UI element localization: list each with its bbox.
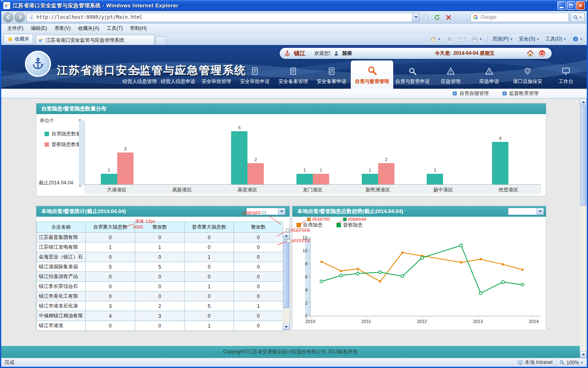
value-cell: 0 — [185, 233, 234, 242]
line-chart: 自查隐患督察隐患 02468101220102011201220132014 — [292, 217, 546, 330]
category-label: 高新港区 — [149, 186, 215, 193]
address-bar[interactable]: e http://localhost:8080/yjpt/Main.html — [27, 13, 420, 22]
company-name-cell: 镇江市港龙 — [37, 321, 86, 331]
nav-item-link[interactable]: 安全审批管理 — [197, 64, 236, 89]
feeds-button[interactable] — [444, 35, 455, 43]
help-icon: ? — [572, 36, 579, 42]
status-text: 完成 — [4, 359, 14, 366]
table-row[interactable]: 中储粮镇江粮油有限4300 — [37, 311, 283, 321]
scroll-down-button[interactable] — [580, 351, 587, 358]
design-annotation: #EEF5FA — [286, 228, 310, 233]
restore-button[interactable] — [567, 1, 575, 10]
home-shortcut-icon[interactable] — [526, 49, 534, 57]
minimize-button[interactable] — [557, 1, 566, 10]
value-cell: 5 — [135, 262, 185, 272]
url-text: http://localhost:8080/yjpt/Main.html — [36, 14, 410, 20]
column-header: 自查重大隐患数 — [86, 222, 135, 233]
value-cell: 0 — [234, 252, 283, 262]
table-row[interactable]: 镇江港国际集装箱5500 — [37, 262, 283, 272]
browser-window: e 江苏省港口安全监管与应急管理系统 - Windows Internet Ex… — [0, 0, 588, 368]
anchor-icon — [31, 57, 45, 71]
warning-triangle-icon — [485, 67, 494, 76]
table-row[interactable]: 江苏索普集团有限0000 — [37, 233, 283, 242]
value-cell: 0 — [185, 311, 234, 321]
value-cell: 0 — [135, 282, 185, 292]
table-row[interactable]: 镇江市港龙0010 — [37, 321, 283, 331]
close-button[interactable] — [576, 1, 585, 10]
print-button[interactable]: ▼ — [469, 35, 485, 44]
stop-button[interactable] — [444, 12, 454, 22]
menu-item[interactable]: 查看(V) — [51, 24, 74, 33]
value-cell: 0 — [185, 242, 234, 252]
table-row[interactable]: 镇江奇美化工有限0000 — [37, 292, 283, 301]
menu-item[interactable]: 收藏夹(A) — [74, 24, 103, 33]
search-box[interactable]: Google — [470, 13, 569, 22]
menu-item[interactable]: 文件(F) — [4, 24, 27, 33]
svg-text:0: 0 — [305, 314, 307, 319]
toolbar-text-buttons: 页面(P)▼安全(S)▼工具(O)▼ — [490, 34, 569, 44]
help-button[interactable]: ?▼ — [570, 35, 585, 43]
nav-item-active[interactable]: 自查与督查管理 — [351, 61, 393, 89]
nav-item-link[interactable]: 经营人信息申请 — [159, 64, 197, 89]
shield-icon — [523, 67, 532, 76]
trend-filter-dropdown[interactable] — [508, 208, 544, 215]
address-toolbar: e http://localhost:8080/yjpt/Main.html G… — [1, 11, 587, 24]
nav-item-link[interactable]: 自查与督查申请 — [393, 64, 432, 89]
logout-icon[interactable] — [538, 49, 546, 57]
statistics-table-panel: 本地自查/督查统计(截止2014.04.04) 企业名称自查重大隐患数整改数督查… — [36, 206, 290, 330]
value-cell: 0 — [86, 233, 135, 242]
toolbar-button[interactable]: 工具(O)▼ — [543, 34, 569, 44]
mail-button[interactable] — [457, 35, 468, 43]
nav-item-link[interactable]: 工作台 — [547, 64, 585, 89]
favorites-button[interactable]: 收藏夹 — [4, 34, 33, 44]
zoom-control[interactable]: 100% ▼ — [559, 360, 584, 366]
refresh-button[interactable] — [432, 12, 442, 22]
table-scrollbar[interactable] — [283, 232, 290, 330]
chevron-down-icon — [537, 208, 543, 215]
scroll-up-button[interactable] — [283, 232, 290, 239]
page-scrollbar[interactable] — [580, 99, 587, 358]
value-cell: 2 — [135, 301, 185, 311]
home-button[interactable]: ▼ — [428, 35, 443, 44]
company-name-cell: 中储粮镇江粮油有限 — [37, 311, 86, 321]
forward-button[interactable] — [15, 12, 24, 22]
menu-item[interactable]: 编辑(E) — [27, 24, 51, 33]
welcome-text: 欢迎您! — [314, 50, 330, 57]
search-button[interactable]: ▼ — [570, 13, 585, 22]
bar-group: 52 — [215, 121, 280, 184]
nav-item-link[interactable]: 港口设施保安 — [508, 64, 547, 89]
bar-panel-header: 自查隐患/督查隐患数量分布 — [36, 103, 546, 114]
nav-item-link[interactable]: 经营人信息管理 — [120, 64, 159, 89]
nav-item-link[interactable]: 安全备案管理 — [274, 64, 312, 89]
table-row[interactable]: 镇江市港龙石化港3251 — [37, 301, 283, 311]
table-row[interactable]: 金海宏业（镇江）石0010 — [37, 252, 283, 262]
tab-stub[interactable] — [156, 36, 166, 45]
table-row[interactable]: 镇江恒泰沥青产品0000 — [37, 272, 283, 282]
compatibility-view-button[interactable] — [421, 12, 431, 22]
main-nav: 经营人信息管理经营人信息申请安全审批管理安全审批申请安全备案管理安全备案申请自查… — [120, 61, 585, 89]
tabs-bar: 收藏夹 e 江苏省港口安全监管与应急管理系统 ▼ ▼ 页面(P)▼安全(S)▼工… — [1, 34, 587, 45]
subnav-item[interactable]: 监督检查管理 — [502, 90, 539, 97]
value-cell: 5 — [86, 262, 135, 272]
back-button[interactable] — [3, 12, 13, 22]
value-cell: 0 — [234, 292, 283, 301]
menu-item[interactable]: 工具(T) — [103, 24, 126, 33]
menu-item[interactable]: 帮助(H) — [127, 24, 151, 33]
scroll-thumb[interactable] — [580, 105, 586, 206]
design-annotation: #E68700 — [307, 217, 330, 222]
toolbar-button[interactable]: 页面(P)▼ — [490, 34, 515, 44]
toolbar-button[interactable]: 安全(S)▼ — [517, 34, 542, 44]
nav-item-link[interactable]: 应急管理 — [432, 64, 470, 89]
nav-item-link[interactable]: 应急申请 — [470, 64, 508, 89]
table-row[interactable]: 江苏镇江发电有限1100 — [37, 242, 283, 252]
nav-item-link[interactable]: 安全审批申请 — [236, 64, 274, 89]
browser-tab[interactable]: e 江苏省港口安全监管与应急管理系统 — [36, 35, 155, 45]
scroll-thumb[interactable] — [283, 239, 289, 308]
subnav-item[interactable]: 自查自报管理 — [452, 90, 489, 97]
nav-item-link[interactable]: 安全备案申请 — [312, 64, 351, 89]
scroll-down-button[interactable] — [283, 323, 290, 330]
window-title: 江苏省港口安全监管与应急管理系统 - Windows Internet Expl… — [13, 2, 557, 9]
scroll-up-button[interactable] — [580, 99, 587, 105]
table-row[interactable]: 镇江李长荣综合石0010 — [37, 282, 283, 292]
address-dropdown-button[interactable] — [412, 13, 419, 22]
